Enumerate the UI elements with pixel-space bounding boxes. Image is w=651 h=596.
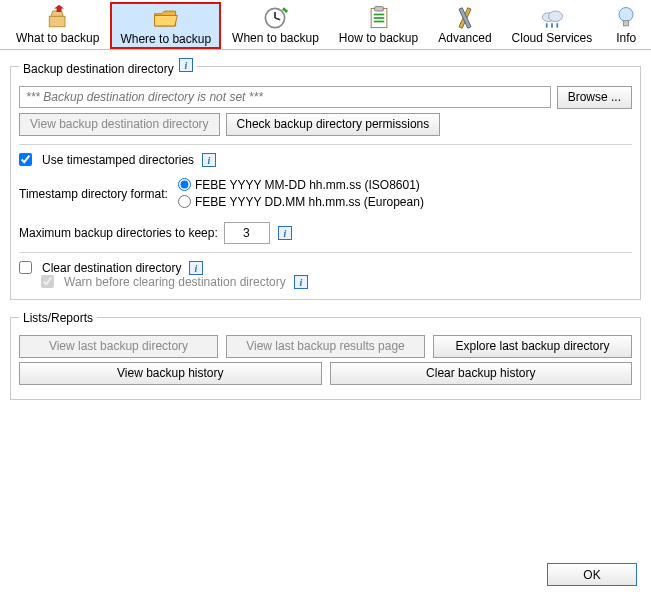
clear-destination-label: Clear destination directory: [42, 261, 181, 275]
clock-icon: [261, 5, 289, 31]
view-backup-history-button[interactable]: View backup history: [19, 362, 322, 385]
svg-text:i: i: [283, 228, 286, 239]
timestamp-format-european-label: FEBE YYYY DD.MM hh.mm.ss (European): [195, 195, 424, 209]
tab-label: Advanced: [438, 31, 491, 45]
info-icon[interactable]: i: [294, 275, 308, 289]
destination-legend: Backup destination directory i: [19, 58, 197, 76]
timestamp-format-european-radio[interactable]: [178, 195, 191, 208]
tab-label: When to backup: [232, 31, 319, 45]
tab-label: Cloud Services: [512, 31, 593, 45]
view-destination-button: View backup destination directory: [19, 113, 220, 136]
cloud-icon: [538, 5, 566, 31]
svg-point-12: [548, 11, 562, 22]
destination-path-input[interactable]: [19, 86, 551, 108]
svg-rect-5: [374, 7, 383, 11]
svg-text:i: i: [195, 263, 198, 274]
timestamp-format-label: Timestamp directory format:: [19, 187, 168, 201]
svg-text:i: i: [185, 60, 188, 71]
browse-button[interactable]: Browse ...: [557, 86, 632, 109]
dialog-footer: OK: [547, 563, 637, 586]
svg-text:i: i: [299, 277, 302, 288]
tab-how-to-backup[interactable]: How to backup: [330, 2, 427, 49]
tab-advanced[interactable]: Advanced: [429, 2, 500, 49]
svg-text:i: i: [208, 155, 211, 166]
divider: [19, 144, 632, 145]
use-timestamped-label: Use timestamped directories: [42, 153, 194, 167]
box-arrow-icon: [44, 5, 72, 31]
warn-before-clear-label: Warn before clearing destination directo…: [64, 275, 286, 289]
info-icon[interactable]: i: [278, 226, 292, 240]
tab-when-to-backup[interactable]: When to backup: [223, 2, 328, 49]
check-permissions-button[interactable]: Check backup directory permissions: [226, 113, 441, 136]
timestamp-format-iso-radio[interactable]: [178, 178, 191, 191]
info-icon[interactable]: i: [189, 261, 203, 275]
lists-reports-legend: Lists/Reports: [19, 310, 97, 325]
clipboard-icon: [365, 5, 393, 31]
svg-rect-17: [624, 21, 629, 26]
divider: [19, 252, 632, 253]
tab-what-to-backup[interactable]: What to backup: [7, 2, 108, 49]
warn-before-clear-checkbox: [41, 275, 54, 288]
explore-last-backup-dir-button[interactable]: Explore last backup directory: [433, 335, 632, 358]
destination-fieldset: Backup destination directory i Browse ..…: [10, 58, 641, 300]
max-backups-input[interactable]: [224, 222, 270, 244]
tab-label: What to backup: [16, 31, 99, 45]
max-backups-label: Maximum backup directories to keep:: [19, 226, 218, 240]
tab-label: How to backup: [339, 31, 418, 45]
ok-button[interactable]: OK: [547, 563, 637, 586]
svg-point-16: [619, 8, 633, 22]
tab-label: Info: [616, 31, 636, 45]
lists-reports-fieldset: Lists/Reports View last backup directory…: [10, 310, 641, 400]
tab-where-to-backup[interactable]: Where to backup: [110, 2, 221, 49]
view-last-backup-dir-button: View last backup directory: [19, 335, 218, 358]
tab-info[interactable]: Info: [603, 2, 649, 49]
svg-rect-0: [49, 16, 65, 27]
tab-label: Where to backup: [120, 32, 211, 46]
tools-icon: [451, 5, 479, 31]
timestamp-format-iso-label: FEBE YYYY MM-DD hh.mm.ss (ISO8601): [195, 178, 420, 192]
lightbulb-icon: [612, 5, 640, 31]
folder-icon: [152, 6, 180, 32]
info-icon[interactable]: i: [179, 58, 193, 72]
tab-bar: What to backup Where to backup When to b…: [0, 0, 651, 50]
tab-cloud-services[interactable]: Cloud Services: [503, 2, 602, 49]
use-timestamped-checkbox[interactable]: [19, 153, 32, 166]
clear-destination-checkbox[interactable]: [19, 261, 32, 274]
info-icon[interactable]: i: [202, 153, 216, 167]
clear-backup-history-button[interactable]: Clear backup history: [330, 362, 633, 385]
view-last-results-button: View last backup results page: [226, 335, 425, 358]
